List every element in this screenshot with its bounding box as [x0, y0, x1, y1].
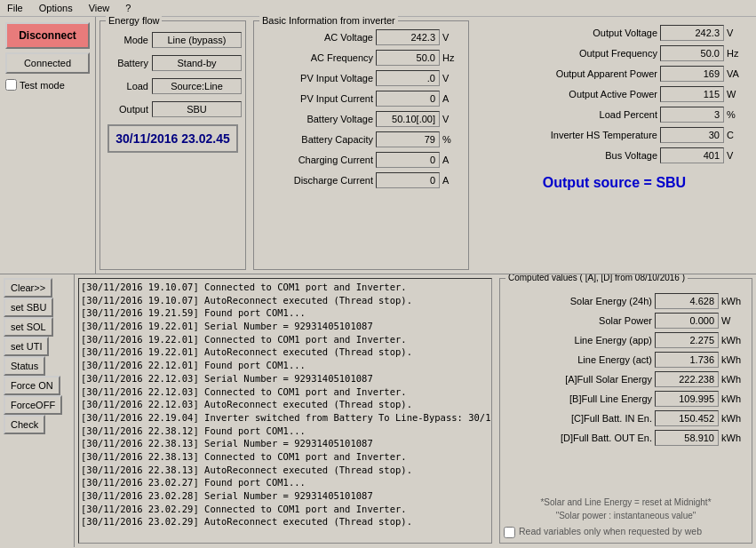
energy-flow-group: Energy flow Mode Line (bypass) Battery S… [99, 20, 246, 270]
basic-info-row: PV Input Current 0 A [258, 91, 465, 107]
basic-info-value-5: 79 [376, 131, 440, 147]
basic-info-title: Basic Information from inverter [259, 15, 398, 26]
right-info-panel: Output Voltage 242.3 V Output Frequency … [473, 17, 756, 274]
log-line: [30/11/2016 22.38.13] Serial Number = 92… [81, 437, 489, 450]
basic-info-label-0: AC Voltage [258, 32, 373, 43]
test-mode-row: Test mode [5, 79, 90, 91]
basic-info-label-5: Battery Capacity [258, 134, 373, 145]
right-info-unit-1: Hz [727, 48, 749, 59]
log-btn-status[interactable]: Status [4, 356, 45, 376]
log-line: [30/11/2016 22.12.03] Connected to COM1 … [81, 385, 489, 399]
right-info-label-1: Output Frequency [480, 48, 657, 59]
computed-row: [B]Full Line Energy 109.995 kWh [504, 391, 748, 407]
right-info-row: Output Apparent Power 169 VA [480, 66, 749, 82]
log-line: [30/11/2016 22.38.13] AutoReconnect exec… [81, 464, 489, 477]
computed-value-2: 2.275 [655, 332, 719, 348]
test-mode-checkbox[interactable] [5, 79, 17, 91]
menu-options[interactable]: Options [36, 2, 76, 14]
log-line: [30/11/2016 19.22.01] Serial Number = 92… [81, 320, 489, 333]
computed-unit-4: kWh [721, 374, 748, 385]
basic-info-label-2: PV Input Voltage [258, 73, 373, 83]
web-label: Read variables only when requested by we… [519, 525, 702, 539]
web-checkbox[interactable] [504, 527, 515, 538]
log-btn-force-on[interactable]: Force ON [4, 376, 60, 395]
right-info-label-3: Output Active Power [480, 89, 657, 99]
menu-view[interactable]: View [85, 2, 114, 14]
right-info-label-5: Inverter HS Temperature [480, 130, 657, 140]
basic-info-unit-3: A [442, 93, 465, 104]
left-panel: Disconnect Connected Test mode [0, 17, 96, 274]
computed-value-1: 0.000 [655, 313, 719, 329]
computed-values-title: Computed values ( [A], [D] from 08/10/20… [505, 274, 688, 282]
basic-info-row: AC Frequency 50.0 Hz [258, 50, 465, 66]
computed-row: [C]Full Batt. IN En. 150.452 kWh [504, 410, 748, 426]
web-checkbox-row: Read variables only when requested by we… [504, 525, 748, 539]
basic-info-row: Battery Capacity 79 % [258, 131, 465, 147]
log-btn-set-sbu[interactable]: set SBU [4, 298, 53, 317]
log-line: [30/11/2016 23.02.28] Serial Number = 92… [81, 489, 489, 503]
basic-info-label-6: Charging Current [258, 155, 373, 165]
basic-info-rows: AC Voltage 242.3 V AC Frequency 50.0 Hz … [258, 29, 465, 188]
basic-info-row: Battery Voltage 50.10[.00] V [258, 111, 465, 127]
mode-value: Line (bypass) [152, 32, 242, 48]
connected-button[interactable]: Connected [5, 52, 90, 74]
log-area[interactable]: [30/11/2016 19.10.07] Connected to COM1 … [78, 278, 492, 544]
footer-line2: "Solar power : instantaneous value" [504, 509, 748, 522]
log-btn-forceoff[interactable]: ForceOFF [4, 395, 62, 415]
right-info-label-4: Load Percent [480, 109, 657, 120]
test-mode-label: Test mode [20, 80, 65, 91]
basic-info-label-3: PV Input Current [258, 93, 373, 104]
battery-label: Battery [104, 58, 148, 68]
computed-footer: *Solar and Line Energy = reset at Midnig… [504, 496, 748, 539]
right-info-label-0: Output Voltage [480, 28, 657, 38]
basic-info-unit-5: % [442, 134, 465, 145]
log-line: [30/11/2016 22.19.04] Inverter switched … [81, 411, 489, 425]
basic-info-unit-6: A [442, 155, 465, 165]
log-btn-set-uti[interactable]: set UTI [4, 337, 49, 356]
computed-row: Solar Energy (24h) 4.628 kWh [504, 293, 748, 309]
menu-file[interactable]: File [4, 2, 27, 14]
right-info-value-0: 242.3 [660, 25, 724, 41]
output-label: Output [104, 104, 148, 115]
energy-flow-title: Energy flow [106, 15, 162, 26]
right-info-value-2: 169 [660, 66, 724, 82]
right-info-row: Bus Voltage 401 V [480, 147, 749, 163]
right-info-value-5: 30 [660, 127, 724, 143]
basic-info-unit-0: V [442, 32, 465, 43]
log-line: [30/11/2016 19.10.07] AutoReconnect exec… [81, 294, 489, 307]
right-info-row: Output Voltage 242.3 V [480, 25, 749, 41]
basic-info-value-2: .0 [376, 70, 440, 86]
menu-help[interactable]: ? [122, 2, 134, 14]
bottom-section: Clear>>set SBUset SOLset UTIStatusForce … [0, 274, 756, 547]
basic-info-row: Discharge Current 0 A [258, 172, 465, 188]
computed-unit-0: kWh [721, 296, 748, 306]
computed-value-0: 4.628 [655, 293, 719, 309]
log-line: [30/11/2016 22.38.12] Found port COM1... [81, 425, 489, 438]
computed-row: Line Energy (act) 1.736 kWh [504, 352, 748, 368]
log-btn-check[interactable]: Check [4, 415, 45, 434]
output-value: SBU [152, 101, 242, 117]
computed-label-5: [B]Full Line Energy [504, 393, 652, 404]
basic-info-label-1: AC Frequency [258, 52, 373, 63]
basic-info-panel: Basic Information from inverter AC Volta… [253, 20, 469, 270]
basic-info-value-1: 50.0 [376, 50, 440, 66]
computed-label-0: Solar Energy (24h) [504, 296, 652, 306]
basic-info-unit-4: V [442, 114, 465, 124]
computed-value-5: 109.995 [655, 391, 719, 407]
computed-value-6: 150.452 [655, 410, 719, 426]
computed-label-3: Line Energy (act) [504, 354, 652, 365]
datetime-display: 30/11/2016 23.02.45 [107, 124, 238, 153]
disconnect-button[interactable]: Disconnect [5, 22, 90, 49]
output-row: Output SBU [104, 101, 242, 117]
log-btn-set-sol[interactable]: set SOL [4, 317, 53, 337]
log-line: [30/11/2016 19.22.01] Connected to COM1 … [81, 333, 489, 346]
computed-row: [D]Full Batt. OUT En. 58.910 kWh [504, 430, 748, 446]
right-info-row: Output Active Power 115 W [480, 86, 749, 102]
computed-rows-container: Solar Energy (24h) 4.628 kWh Solar Power… [504, 290, 748, 449]
computed-label-7: [D]Full Batt. OUT En. [504, 433, 652, 443]
right-info-unit-5: C [727, 130, 749, 140]
right-info-unit-6: V [727, 150, 749, 161]
log-btn-clear>>[interactable]: Clear>> [4, 278, 52, 298]
basic-info-value-7: 0 [376, 172, 440, 188]
right-info-unit-3: W [727, 89, 749, 99]
